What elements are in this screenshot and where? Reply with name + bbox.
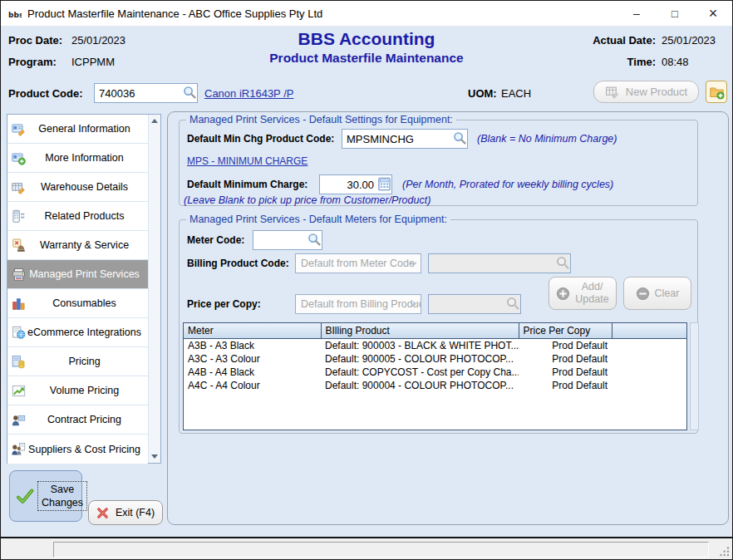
general-information-icon: [12, 122, 26, 136]
sidebar-item-managed-print-services[interactable]: Managed Print Services: [7, 260, 148, 289]
exit-label: Exit (F4): [116, 507, 155, 518]
column-header-billing-product[interactable]: BIlling Product: [321, 323, 519, 339]
column-header-meter[interactable]: Meter: [184, 323, 321, 339]
clear-label: Clear: [655, 287, 680, 300]
default-meters-group: Managed Print Services - Default Meters …: [179, 219, 698, 434]
sidebar-item-warehouse-details[interactable]: Warehouse Details: [7, 173, 148, 202]
content-panel: Managed Print Services - Default Setting…: [167, 111, 729, 525]
time-value: 08:48: [662, 53, 725, 71]
app-logo-icon: bbs: [7, 7, 22, 21]
chevron-down-icon: [409, 300, 418, 309]
warehouse-details-icon: [12, 180, 26, 194]
search-icon[interactable]: [506, 297, 520, 311]
sidebar-item-label: Managed Print Services: [7, 268, 148, 280]
min-chg-product-code-input[interactable]: [342, 129, 468, 149]
billing-product-select[interactable]: Default from Meter Code: [295, 253, 421, 273]
table-scrollbar[interactable]: [690, 322, 699, 430]
default-settings-group: Managed Print Services - Default Setting…: [179, 120, 698, 206]
chevron-down-icon: [409, 259, 418, 268]
table-row[interactable]: A4C - A4 ColourDefault: 900004 - COLOUR …: [184, 379, 686, 392]
column-header-filler: [612, 323, 686, 339]
more-information-icon: [12, 151, 26, 165]
sidebar: General InformationMore InformationWareh…: [7, 114, 161, 464]
sidebar-item-label: Suppliers & Cost Pricing: [7, 444, 148, 455]
ecommerce-integrations-icon: [12, 326, 26, 340]
table-cell: Prod Default: [519, 366, 612, 379]
svg-text:bbs: bbs: [8, 10, 22, 18]
search-icon[interactable]: [307, 233, 322, 247]
sidebar-item-more-information[interactable]: More Information: [7, 144, 148, 173]
minus-circle-icon: [636, 287, 650, 301]
table-row[interactable]: A3B - A3 BlackDefault: 900003 - BLACK & …: [184, 339, 686, 353]
sidebar-scrollbar[interactable]: [148, 115, 160, 463]
sidebar-item-label: eCommerce Integrations: [7, 327, 148, 338]
uom-label: UOM:: [468, 87, 497, 100]
titlebar[interactable]: bbs Product Masterfile Maintenance - ABC…: [1, 1, 732, 26]
min-chg-product-code-field: [342, 129, 468, 149]
meters-table-body: A3B - A3 BlackDefault: 900003 - BLACK & …: [184, 339, 686, 393]
sidebar-item-label: Contract Pricing: [7, 414, 148, 425]
check-icon: [16, 487, 34, 505]
column-header-price-per-copy[interactable]: Price Per Copy: [519, 323, 612, 339]
billing-product-select-value: Default from Meter Code: [301, 258, 415, 269]
save-changes-button[interactable]: Save Changes: [9, 470, 82, 522]
table-row[interactable]: A3C - A3 ColourDefault: 900005 - COLOUR …: [184, 352, 686, 366]
table-cell: A4C - A4 Colour: [184, 379, 321, 392]
uom-value: EACH: [501, 87, 531, 100]
meter-code-field: [253, 230, 322, 250]
product-code-field: [94, 83, 198, 103]
scroll-up-icon[interactable]: [150, 115, 160, 126]
maximize-button[interactable]: □: [656, 1, 694, 26]
table-cell: Default: 900004 - COLOUR PHOTOCOP...: [321, 379, 519, 392]
table-cell: Default: COPYCOST - Cost per Copy Cha...: [321, 366, 519, 379]
close-button[interactable]: ×: [694, 1, 732, 26]
sidebar-item-warranty-service[interactable]: Warranty & Service: [7, 231, 148, 260]
product-description-link[interactable]: Canon iR1643P /P: [204, 87, 293, 100]
new-product-icon: [605, 85, 619, 99]
sidebar-item-pricing[interactable]: Pricing: [7, 347, 148, 376]
leave-blank-hint: (Leave Blank to pick up price from Custo…: [184, 194, 430, 206]
minimum-charge-label: Default Minimum Charge:: [187, 179, 307, 190]
new-product-button[interactable]: New Product: [593, 81, 699, 103]
billing-product-code-field: [428, 253, 571, 273]
price-per-copy-field: [428, 294, 521, 314]
sidebar-item-suppliers-cost-pricing[interactable]: Suppliers & Cost Pricing: [7, 435, 148, 464]
table-row[interactable]: A4B - A4 BlackDefault: COPYCOST - Cost p…: [184, 366, 686, 379]
window-title: Product Masterfile Maintenance - ABC Off…: [27, 7, 322, 20]
sidebar-item-volume-pricing[interactable]: Volume Pricing: [7, 376, 148, 405]
calculator-icon[interactable]: [377, 177, 391, 191]
status-message-box: [53, 542, 709, 558]
search-icon[interactable]: [183, 86, 197, 100]
search-icon[interactable]: [556, 256, 570, 270]
sidebar-item-consumables[interactable]: Consumables: [7, 289, 148, 318]
sidebar-item-label: Warranty & Service: [7, 239, 148, 251]
minimum-charge-hint: (Per Month, Prorated for weekly billing …: [402, 179, 613, 190]
sidebar-item-ecommerce-integrations[interactable]: eCommerce Integrations: [7, 318, 148, 347]
price-per-copy-select[interactable]: Default from Billing Product: [295, 294, 421, 314]
sidebar-item-label: Consumables: [7, 297, 148, 309]
minimize-button[interactable]: –: [617, 1, 656, 26]
table-cell: [612, 379, 686, 392]
sidebar-item-related-products[interactable]: Related Products: [7, 202, 148, 231]
table-header-row: Meter BIlling Product Price Per Copy: [184, 323, 686, 339]
exit-button[interactable]: Exit (F4): [88, 500, 163, 525]
add-update-button[interactable]: Add/ Update: [549, 277, 617, 310]
resize-grip[interactable]: [719, 546, 730, 557]
search-icon[interactable]: [453, 131, 467, 145]
volume-pricing-icon: [12, 384, 26, 398]
table-cell: Prod Default: [519, 339, 612, 353]
suppliers-cost-pricing-icon: [12, 442, 26, 456]
scroll-down-icon[interactable]: [150, 451, 160, 462]
price-per-copy-select-value: Default from Billing Product: [301, 298, 421, 310]
default-settings-group-title: Managed Print Services - Default Setting…: [186, 114, 456, 125]
product-code-label: Product Code:: [8, 87, 83, 100]
billing-product-code-input[interactable]: [428, 253, 571, 273]
min-charge-product-link[interactable]: MPS - MINIMUM CHARGE: [187, 155, 307, 167]
open-folder-button[interactable]: [706, 81, 727, 103]
save-changes-label: Save Changes: [37, 481, 87, 512]
sidebar-item-general-information[interactable]: General Information: [7, 115, 148, 144]
sidebar-item-contract-pricing[interactable]: Contract Pricing: [7, 405, 148, 435]
price-per-copy-label: Price per Copy:: [187, 298, 261, 310]
clear-button[interactable]: Clear: [623, 277, 691, 310]
sidebar-item-label: Related Products: [7, 210, 148, 222]
